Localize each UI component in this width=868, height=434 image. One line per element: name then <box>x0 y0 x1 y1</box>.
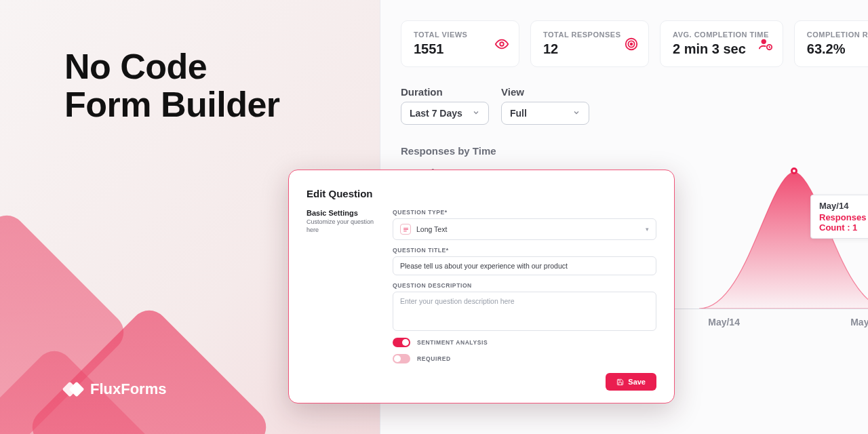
eye-icon <box>494 37 509 52</box>
chart-tooltip: May/14 Responses Count : 1 <box>810 195 868 239</box>
chevron-down-icon: ▾ <box>646 226 649 233</box>
chart-marker <box>791 167 797 174</box>
user-clock-icon <box>758 37 773 52</box>
sentiment-analysis-toggle[interactable] <box>393 338 410 347</box>
toggle-label-sentiment: SENTIMENT ANALYSIS <box>417 339 488 346</box>
brand-name: FluxForms <box>90 380 166 398</box>
chart-title: Responses by Time <box>401 145 868 157</box>
chevron-down-icon <box>572 108 580 119</box>
stat-label: TOTAL RESPONSES <box>543 31 635 39</box>
required-toggle[interactable] <box>393 354 410 363</box>
duration-dropdown[interactable]: Last 7 Days <box>401 102 489 125</box>
hero-line1: No Code <box>64 47 207 86</box>
stat-label: AVG. COMPLETION TIME <box>673 31 769 39</box>
stat-card-avg-time: AVG. COMPLETION TIME 2 min 3 sec <box>660 20 783 67</box>
stat-value: 63.2% <box>807 41 868 57</box>
tooltip-date: May/14 <box>819 201 868 211</box>
question-description-textarea[interactable]: Enter your question description here <box>393 292 656 331</box>
target-icon <box>624 37 639 52</box>
popup-side: Basic Settings Customize your question h… <box>307 209 378 391</box>
input-value: Please tell us about your experience wit… <box>400 262 568 270</box>
stat-card-completion-rate: COMPLETION RATE 63.2% <box>794 20 868 67</box>
save-button-label: Save <box>628 378 646 386</box>
brand-logo-icon <box>64 380 83 399</box>
dropdown-value: Full <box>510 108 527 119</box>
stats-row: TOTAL VIEWS 1551 TOTAL RESPONSES 12 AVG.… <box>401 20 868 67</box>
question-type-select[interactable]: Long Text ▾ <box>393 218 656 240</box>
stat-label: COMPLETION RATE <box>807 31 868 39</box>
stat-card-views: TOTAL VIEWS 1551 <box>401 20 519 67</box>
filter-label-duration: Duration <box>401 86 489 98</box>
field-label-question-type: QUESTION TYPE* <box>393 209 656 216</box>
stat-card-responses: TOTAL RESPONSES 12 <box>530 20 649 67</box>
view-dropdown[interactable]: Full <box>501 102 589 125</box>
brand: FluxForms <box>64 380 166 399</box>
long-text-icon <box>400 224 411 235</box>
field-label-question-description: QUESTION DESCRIPTION <box>393 282 656 289</box>
filter-label-view: View <box>501 86 589 98</box>
question-title-input[interactable]: Please tell us about your experience wit… <box>393 256 656 275</box>
textarea-placeholder: Enter your question description here <box>400 297 515 305</box>
filters-row: Duration Last 7 Days View Full <box>401 86 868 125</box>
field-label-question-title: QUESTION TITLE* <box>393 247 656 254</box>
stat-value: 2 min 3 sec <box>673 41 769 57</box>
stat-label: TOTAL VIEWS <box>414 31 505 39</box>
svg-point-4 <box>761 39 766 43</box>
hero: No Code Form Builder <box>64 47 280 123</box>
stat-value: 12 <box>543 41 635 57</box>
hero-line2: Form Builder <box>64 85 280 124</box>
save-icon <box>616 378 624 386</box>
chevron-down-icon <box>472 108 480 119</box>
save-button[interactable]: Save <box>606 373 656 391</box>
svg-point-0 <box>500 42 504 46</box>
popup-title: Edit Question <box>307 188 656 199</box>
side-heading: Basic Settings <box>307 209 378 217</box>
svg-point-3 <box>631 43 633 45</box>
x-tick: May/15 <box>740 317 868 328</box>
dropdown-value: Last 7 Days <box>410 108 462 119</box>
select-value: Long Text <box>416 225 447 233</box>
tooltip-value: Responses Count : 1 <box>819 212 868 233</box>
stat-value: 1551 <box>414 41 505 57</box>
side-subtext: Customize your question here <box>307 218 378 234</box>
edit-question-popup: Edit Question Basic Settings Customize y… <box>288 170 675 403</box>
popup-form: QUESTION TYPE* Long Text ▾ QUESTION TITL… <box>393 209 656 391</box>
toggle-label-required: REQUIRED <box>417 355 451 362</box>
